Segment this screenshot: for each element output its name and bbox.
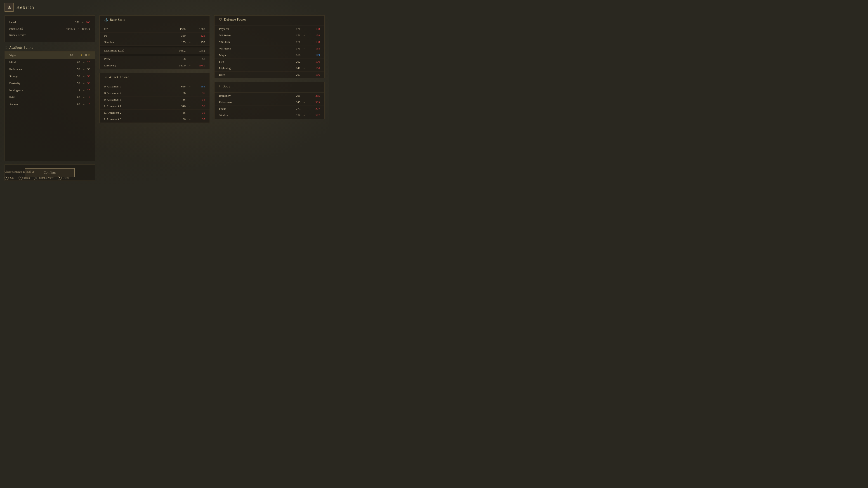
level-values: 376 → 200 bbox=[75, 21, 90, 24]
runes-needed-row: Runes Needed - bbox=[9, 32, 90, 38]
stat-vs-strike-row: VS Strike 171 → 158 bbox=[215, 32, 324, 39]
attack-power-header: ⚔ Attack Power bbox=[100, 73, 210, 84]
attr-dexterity-arrow: → bbox=[82, 82, 85, 85]
stat-l-arm1-new: 58 bbox=[194, 104, 205, 108]
stat-poise-arrow: → bbox=[188, 57, 191, 61]
defense-power-section-header: 🛡 Defense Power bbox=[219, 18, 320, 22]
simple-view-button-icon: R3 bbox=[34, 176, 38, 180]
stat-r-arm1-current: 656 bbox=[174, 85, 186, 88]
attr-arcane-row[interactable]: Arcane 80 → 10 bbox=[5, 101, 95, 108]
stat-immunity-new: 285 bbox=[309, 94, 320, 98]
attr-strength-name: Strength bbox=[9, 74, 32, 78]
stat-robustness-name: Robustness bbox=[219, 101, 248, 104]
runes-held-values: 464475 → 464475 bbox=[66, 27, 90, 31]
stat-r-arm3-values: 36 → 35 bbox=[174, 98, 205, 101]
attr-vigor-increase[interactable]: > bbox=[88, 53, 90, 57]
stat-hp-name: HP bbox=[104, 27, 133, 31]
stat-magic-values: 160 → 179 bbox=[289, 53, 320, 57]
attr-intelligence-values: 9 → 25 bbox=[79, 89, 90, 92]
attr-strength-current: 58 bbox=[77, 74, 80, 78]
stat-robustness-values: 345 → 339 bbox=[289, 101, 320, 104]
stat-focus-arrow: → bbox=[303, 107, 306, 111]
attr-endurance-row[interactable]: Endurance 50 → 50 bbox=[5, 66, 95, 73]
stat-discovery-values: 180.0 → 110.0 bbox=[174, 64, 205, 67]
stat-vs-pierce-new: 158 bbox=[309, 47, 320, 51]
attr-vigor-row[interactable]: Vigor 60 → < 60 > bbox=[5, 52, 95, 59]
attr-arcane-name: Arcane bbox=[9, 103, 32, 106]
attr-arcane-values: 80 → 10 bbox=[77, 103, 90, 106]
stat-magic-current: 160 bbox=[289, 53, 301, 57]
stat-immunity-arrow: → bbox=[303, 94, 306, 98]
stat-hp-values: 1900 → 1900 bbox=[174, 27, 205, 31]
stat-r-arm3-arrow: → bbox=[188, 98, 191, 101]
stat-focus-new: 227 bbox=[309, 107, 320, 111]
attack-power-title: Attack Power bbox=[109, 75, 129, 79]
attr-arcane-arrow: → bbox=[82, 103, 85, 106]
attr-dexterity-current: 58 bbox=[77, 82, 80, 85]
attr-mind-new: 20 bbox=[87, 61, 90, 64]
attr-arcane-new: 10 bbox=[87, 103, 90, 106]
stat-discovery-current: 180.0 bbox=[174, 64, 186, 67]
help-button-icon: ▼ bbox=[58, 176, 62, 180]
stat-focus-name: Focus bbox=[219, 107, 248, 111]
stat-fp-values: 350 → 121 bbox=[174, 34, 205, 37]
runes-needed-label: Runes Needed bbox=[9, 33, 26, 37]
stat-fire-current: 202 bbox=[289, 60, 301, 64]
runes-held-arrow: → bbox=[77, 27, 80, 31]
attr-endurance-values: 50 → 50 bbox=[77, 68, 90, 71]
level-current: 376 bbox=[75, 21, 80, 24]
attr-mind-row[interactable]: Mind 60 → 20 bbox=[5, 59, 95, 66]
attr-strength-arrow: → bbox=[82, 75, 85, 78]
stat-discovery-arrow: → bbox=[188, 64, 191, 67]
attr-dexterity-name: Dexterity bbox=[9, 82, 32, 85]
stat-magic-name: Magic bbox=[219, 53, 248, 57]
stat-l-arm3-current: 36 bbox=[174, 118, 186, 121]
attributes-block: Vigor 60 → < 60 > Mind 60 bbox=[4, 51, 95, 161]
attr-strength-row[interactable]: Strength 58 → 50 bbox=[5, 73, 95, 80]
stat-r-arm3-name: R Armament 3 bbox=[104, 98, 133, 101]
body-header: ⚕ Body bbox=[215, 82, 324, 93]
attr-faith-values: 80 → 14 bbox=[77, 96, 90, 99]
stat-fp-arrow: → bbox=[188, 34, 191, 37]
stat-lightning-row: Lightning 142 → 136 bbox=[215, 65, 324, 72]
stat-r-arm3-current: 36 bbox=[174, 98, 186, 101]
base-stats-section-header: ⚓ Base Stats bbox=[104, 18, 205, 22]
attr-vigor-new: 60 bbox=[84, 53, 87, 57]
stat-l-arm3-values: 36 → 35 bbox=[174, 118, 205, 121]
attr-faith-current: 80 bbox=[77, 96, 80, 99]
stat-hp-row: HP 1900 → 1900 bbox=[100, 26, 210, 33]
page-title: Rebirth bbox=[16, 4, 34, 10]
stat-magic-arrow: → bbox=[303, 54, 306, 57]
stat-stamina-arrow: → bbox=[188, 41, 191, 44]
stat-magic-new: 179 bbox=[309, 53, 320, 57]
attr-endurance-new: 50 bbox=[87, 68, 90, 71]
right-panel: 🛡 Defense Power Physical 171 → 158 VS St… bbox=[214, 15, 324, 181]
attr-intelligence-row[interactable]: Intelligence 9 → 25 bbox=[5, 87, 95, 94]
stat-holy-values: 207 → 156 bbox=[289, 73, 320, 76]
attr-faith-row[interactable]: Faith 80 → 14 bbox=[5, 94, 95, 101]
attr-faith-name: Faith bbox=[9, 96, 32, 99]
stat-holy-arrow: → bbox=[303, 73, 306, 76]
base-stats-icon: ⚓ bbox=[104, 18, 108, 22]
stat-l-arm2-name: L Armament 2 bbox=[104, 111, 133, 115]
stat-discovery-row: Discovery 180.0 → 110.0 bbox=[100, 62, 210, 69]
stat-lightning-arrow: → bbox=[303, 67, 306, 70]
stat-vs-strike-name: VS Strike bbox=[219, 34, 248, 37]
stat-r-arm3-new: 35 bbox=[194, 98, 205, 101]
stat-vs-pierce-row: VS Pierce 171 → 158 bbox=[215, 45, 324, 52]
stat-physical-row: Physical 171 → 158 bbox=[215, 26, 324, 32]
level-label: Level bbox=[9, 21, 16, 24]
runes-held-current: 464475 bbox=[66, 27, 75, 31]
stat-l-arm2-new: 35 bbox=[194, 111, 205, 115]
choose-attribute-text: Choose attribute to level up bbox=[4, 170, 35, 173]
defense-power-block: 🛡 Defense Power Physical 171 → 158 VS St… bbox=[214, 15, 324, 78]
stat-vs-strike-arrow: → bbox=[303, 34, 306, 37]
stat-focus-current: 273 bbox=[289, 107, 301, 111]
attr-dexterity-row[interactable]: Dexterity 58 → 50 bbox=[5, 80, 95, 87]
attr-vigor-decrease[interactable]: < bbox=[80, 53, 82, 57]
stat-poise-current: 58 bbox=[174, 57, 186, 61]
stat-r-arm1-arrow: → bbox=[188, 85, 191, 88]
help-help: ▼ :Help bbox=[58, 176, 69, 180]
attr-dexterity-new: 50 bbox=[87, 82, 90, 85]
attr-vigor-values: 60 → < 60 > bbox=[70, 53, 90, 57]
